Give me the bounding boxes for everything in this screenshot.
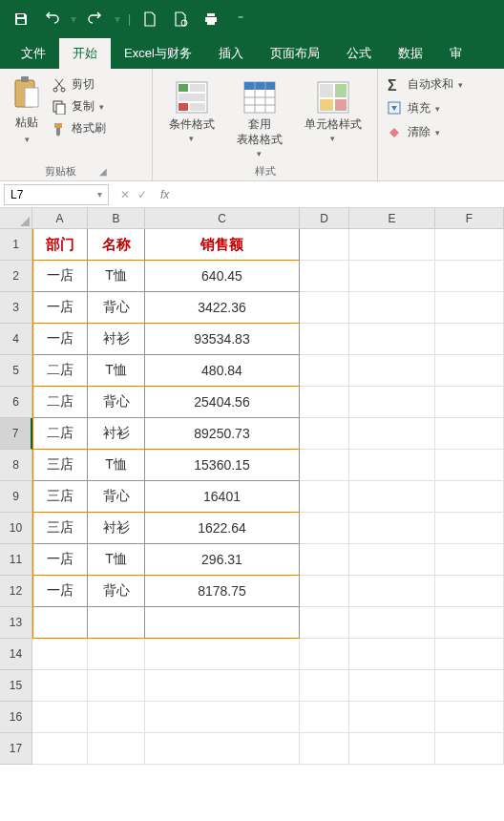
cell[interactable]: 三店	[32, 450, 88, 481]
cell[interactable]: 背心	[88, 292, 145, 324]
cell[interactable]	[435, 324, 504, 355]
cell[interactable]: 一店	[32, 544, 88, 576]
cell[interactable]	[300, 292, 349, 324]
redo-icon[interactable]	[82, 6, 109, 32]
cell[interactable]	[145, 670, 300, 702]
cell[interactable]	[145, 607, 300, 639]
cell[interactable]: T恤	[88, 261, 145, 292]
cell[interactable]: 480.84	[145, 355, 300, 387]
cell[interactable]	[349, 513, 435, 544]
tab-insert[interactable]: 插入	[205, 38, 257, 69]
cell[interactable]	[349, 702, 435, 733]
cell[interactable]	[349, 387, 435, 418]
cell[interactable]	[145, 639, 300, 670]
cell[interactable]: 名称	[88, 229, 145, 261]
cell[interactable]	[349, 639, 435, 670]
cell[interactable]	[349, 418, 435, 450]
cell[interactable]	[349, 261, 435, 292]
cell[interactable]	[300, 450, 349, 481]
cell[interactable]: 89250.73	[145, 418, 300, 450]
cell[interactable]	[435, 261, 504, 292]
cell[interactable]	[435, 576, 504, 607]
cell[interactable]: 15360.15	[145, 450, 300, 481]
cell[interactable]	[435, 544, 504, 576]
cell[interactable]: 衬衫	[88, 324, 145, 355]
cell[interactable]	[435, 229, 504, 261]
copy-button[interactable]: 复制 ▾	[52, 98, 106, 115]
cell[interactable]	[435, 418, 504, 450]
tab-formula[interactable]: 公式	[333, 38, 385, 69]
tab-finance[interactable]: Excel与财务	[111, 38, 205, 69]
cell[interactable]	[300, 607, 349, 639]
cell[interactable]	[435, 481, 504, 513]
print-icon[interactable]	[198, 6, 224, 32]
cancel-formula-icon[interactable]: ✕	[120, 188, 130, 201]
cell[interactable]	[300, 513, 349, 544]
cell[interactable]	[88, 733, 145, 765]
cell[interactable]: 销售额	[145, 229, 300, 261]
cell[interactable]	[300, 355, 349, 387]
row-header[interactable]: 12	[0, 576, 32, 607]
cell[interactable]: 3422.36	[145, 292, 300, 324]
row-header[interactable]: 10	[0, 513, 32, 544]
clear-button[interactable]: 清除 ▾	[386, 120, 496, 144]
row-header[interactable]: 1	[0, 229, 32, 261]
cell[interactable]: 一店	[32, 324, 88, 355]
cell[interactable]	[300, 418, 349, 450]
cell[interactable]: T恤	[88, 544, 145, 576]
cell[interactable]: 背心	[88, 576, 145, 607]
row-header[interactable]: 6	[0, 387, 32, 418]
cell-style-button[interactable]: 单元格样式 ▾	[299, 76, 368, 147]
conditional-format-button[interactable]: 条件格式 ▾	[163, 76, 220, 147]
cell[interactable]	[300, 481, 349, 513]
cell[interactable]	[145, 702, 300, 733]
name-box[interactable]: L7 ▾	[4, 184, 109, 205]
cell[interactable]	[435, 670, 504, 702]
cell[interactable]: 16401	[145, 481, 300, 513]
cell[interactable]: 93534.83	[145, 324, 300, 355]
cell[interactable]	[300, 324, 349, 355]
cell[interactable]	[32, 639, 88, 670]
tab-file[interactable]: 文件	[8, 38, 59, 69]
fill-button[interactable]: 填充 ▾	[386, 96, 496, 120]
cell[interactable]	[349, 607, 435, 639]
autosum-button[interactable]: Σ 自动求和 ▾	[386, 73, 496, 96]
cell[interactable]	[349, 733, 435, 765]
tab-home[interactable]: 开始	[59, 38, 111, 69]
col-header-B[interactable]: B	[88, 208, 145, 229]
cell[interactable]	[300, 544, 349, 576]
cell[interactable]	[32, 702, 88, 733]
cut-button[interactable]: 剪切	[52, 76, 106, 93]
cell[interactable]	[349, 670, 435, 702]
cell[interactable]: 背心	[88, 481, 145, 513]
cell[interactable]	[349, 324, 435, 355]
cell[interactable]	[300, 670, 349, 702]
cell[interactable]: 三店	[32, 513, 88, 544]
dialog-launcher-icon[interactable]: ◢	[99, 166, 107, 177]
cell[interactable]: 296.31	[145, 544, 300, 576]
cell[interactable]: 640.45	[145, 261, 300, 292]
cell[interactable]: 衬衫	[88, 513, 145, 544]
cell[interactable]	[300, 229, 349, 261]
row-header[interactable]: 8	[0, 450, 32, 481]
row-header[interactable]: 16	[0, 702, 32, 733]
cell[interactable]: 一店	[32, 292, 88, 324]
row-header[interactable]: 2	[0, 261, 32, 292]
cell[interactable]	[145, 733, 300, 765]
cell[interactable]	[32, 733, 88, 765]
cell[interactable]	[300, 576, 349, 607]
cell[interactable]: 三店	[32, 481, 88, 513]
cell[interactable]	[300, 639, 349, 670]
cell[interactable]	[300, 702, 349, 733]
row-header[interactable]: 3	[0, 292, 32, 324]
cell[interactable]: 二店	[32, 387, 88, 418]
paste-button[interactable]: 粘贴 ▾	[8, 73, 46, 148]
row-header[interactable]: 4	[0, 324, 32, 355]
col-header-C[interactable]: C	[145, 208, 300, 229]
cell[interactable]	[349, 576, 435, 607]
cell[interactable]	[349, 229, 435, 261]
cell[interactable]	[32, 670, 88, 702]
cell[interactable]	[349, 450, 435, 481]
save-icon[interactable]	[8, 6, 34, 32]
cell[interactable]	[435, 733, 504, 765]
